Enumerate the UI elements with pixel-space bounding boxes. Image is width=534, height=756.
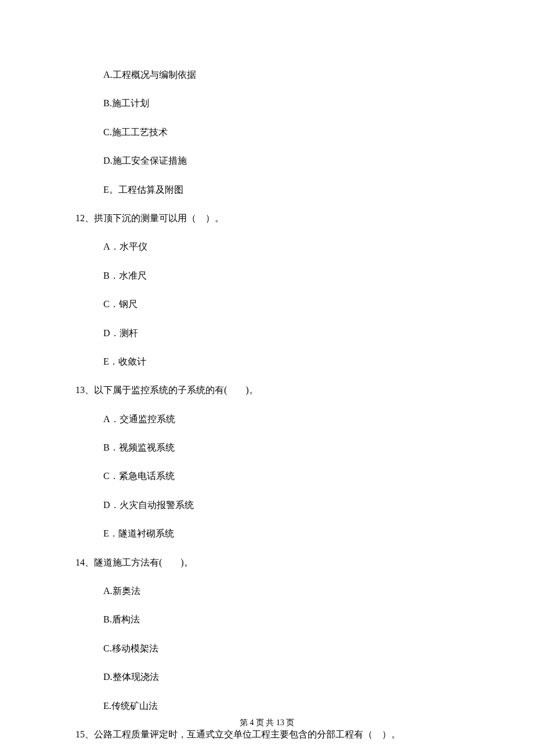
q14-option-d: D.整体现浇法 xyxy=(103,671,459,683)
option-a: A.工程概况与编制依据 xyxy=(103,69,459,81)
q13-option-a: A．交通监控系统 xyxy=(103,413,459,426)
option-c: C.施工工艺技术 xyxy=(103,126,459,139)
q13-option-e: E．隧道衬砌系统 xyxy=(103,527,459,540)
q14-option-a: A.新奥法 xyxy=(103,585,459,597)
page-footer: 第 4 页 共 13 页 xyxy=(0,718,534,728)
option-b: B.施工计划 xyxy=(103,97,459,110)
page-content: A.工程概况与编制依据 B.施工计划 C.施工工艺技术 D.施工安全保证措施 E… xyxy=(0,0,534,756)
q13-option-c: C．紧急电话系统 xyxy=(103,470,459,483)
question-14: 14、隧道施工方法有( )。 xyxy=(75,556,459,569)
q12-option-c: C．钢尺 xyxy=(103,298,459,311)
q13-option-b: B．视频监视系统 xyxy=(103,441,459,454)
q12-option-e: E．收敛计 xyxy=(103,355,459,368)
question-12: 12、拱顶下沉的测量可以用（ ）。 xyxy=(75,212,459,225)
q14-option-c: C.移动模架法 xyxy=(103,642,459,655)
q13-option-d: D．火灾自动报警系统 xyxy=(103,499,459,512)
option-e: E。工程估算及附图 xyxy=(103,183,459,196)
q12-option-a: A．水平仪 xyxy=(103,240,459,253)
q14-option-b: B.盾构法 xyxy=(103,613,459,626)
q12-option-b: B．水准尺 xyxy=(103,269,459,282)
question-13: 13、以下属于监控系统的子系统的有( )。 xyxy=(75,384,459,397)
question-15: 15、公路工程质量评定时，互通式立交单位工程主要包含的分部工程有（ ）。 xyxy=(75,728,459,741)
option-d: D.施工安全保证措施 xyxy=(103,154,459,167)
q14-option-e: E.传统矿山法 xyxy=(103,700,459,712)
q12-option-d: D．测杆 xyxy=(103,327,459,340)
